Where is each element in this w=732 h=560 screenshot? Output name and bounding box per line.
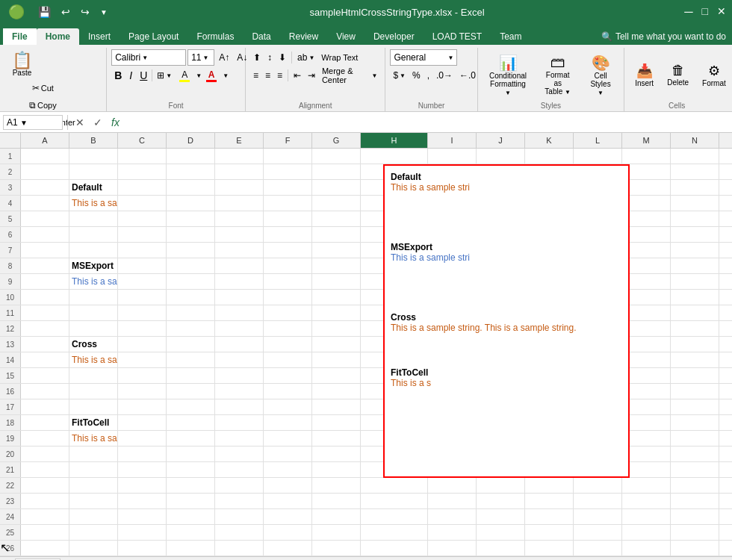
cell-A22[interactable]: [21, 478, 69, 493]
cell-G25[interactable]: [312, 525, 361, 540]
cell-D25[interactable]: [167, 525, 215, 540]
cell-B16[interactable]: [69, 384, 118, 399]
cell-N7[interactable]: [671, 243, 719, 258]
cell-C5[interactable]: [118, 211, 167, 226]
cell-C9[interactable]: [118, 274, 167, 289]
cell-N6[interactable]: [671, 227, 719, 242]
cell-L1[interactable]: [574, 149, 622, 164]
cell-K22[interactable]: [525, 478, 574, 493]
cell-M10[interactable]: [622, 290, 671, 305]
cell-E19[interactable]: [215, 431, 264, 446]
cell-D15[interactable]: [167, 368, 215, 383]
conditional-formatting-button[interactable]: 📊 ConditionalFormatting ▼: [483, 51, 534, 99]
cell-A6[interactable]: [21, 227, 69, 242]
cell-B9[interactable]: This is a sample strin: [69, 274, 118, 289]
cell-A17[interactable]: [21, 399, 69, 414]
cell-C1[interactable]: [118, 149, 167, 164]
cell-E26[interactable]: [215, 541, 264, 556]
align-bottom-button[interactable]: ⬇: [276, 49, 289, 66]
cell-G3[interactable]: [312, 180, 361, 195]
cell-J26[interactable]: [477, 541, 525, 556]
cell-N4[interactable]: [671, 196, 719, 211]
cell-A12[interactable]: [21, 321, 69, 336]
cell-D20[interactable]: [167, 447, 215, 461]
cell-G21[interactable]: [312, 462, 361, 477]
cell-N15[interactable]: [671, 368, 719, 383]
cell-G11[interactable]: [312, 305, 361, 320]
cell-O26[interactable]: [719, 541, 732, 556]
cell-G8[interactable]: [312, 258, 361, 273]
redo-icon[interactable]: ↪: [78, 4, 92, 19]
cell-G26[interactable]: [312, 541, 361, 556]
cell-N18[interactable]: [671, 415, 719, 430]
cell-C24[interactable]: [118, 509, 167, 524]
cell-M17[interactable]: [622, 399, 671, 414]
cell-L26[interactable]: [574, 541, 622, 556]
cell-O2[interactable]: [719, 164, 732, 179]
cell-N16[interactable]: [671, 384, 719, 399]
insert-button[interactable]: 📥 Insert: [629, 60, 660, 90]
cell-O21[interactable]: [719, 462, 732, 477]
cell-L24[interactable]: [574, 509, 622, 524]
cell-A5[interactable]: [21, 211, 69, 226]
cell-H25[interactable]: [361, 525, 428, 540]
cell-E7[interactable]: [215, 243, 264, 258]
cell-A8[interactable]: [21, 258, 69, 273]
cell-C23[interactable]: [118, 494, 167, 508]
cell-K24[interactable]: [525, 509, 574, 524]
cell-A25[interactable]: [21, 525, 69, 540]
cell-G12[interactable]: [312, 321, 361, 336]
col-header-F[interactable]: F: [264, 133, 312, 148]
cell-O14[interactable]: [719, 352, 732, 367]
cell-A18[interactable]: [21, 415, 69, 430]
cell-J22[interactable]: [477, 478, 525, 493]
cell-D9[interactable]: [167, 274, 215, 289]
cell-G1[interactable]: [312, 149, 361, 164]
font-name-dropdown[interactable]: ▼: [142, 55, 148, 61]
cell-F23[interactable]: [264, 494, 312, 508]
cell-C10[interactable]: [118, 290, 167, 305]
col-header-C[interactable]: C: [118, 133, 167, 148]
cell-B2[interactable]: [69, 164, 118, 179]
col-header-M[interactable]: M: [622, 133, 671, 148]
cell-N3[interactable]: [671, 180, 719, 195]
cell-N24[interactable]: [671, 509, 719, 524]
cell-E14[interactable]: [215, 352, 264, 367]
cell-M3[interactable]: [622, 180, 671, 195]
cell-F8[interactable]: [264, 258, 312, 273]
cell-O23[interactable]: [719, 494, 732, 508]
cell-L25[interactable]: [574, 525, 622, 540]
cell-A1[interactable]: [21, 149, 69, 164]
cell-M7[interactable]: [622, 243, 671, 258]
cell-E24[interactable]: [215, 509, 264, 524]
cell-F7[interactable]: [264, 243, 312, 258]
dec-increase-button[interactable]: .0→: [433, 67, 456, 84]
tab-home[interactable]: Home: [37, 28, 79, 45]
cell-G4[interactable]: [312, 196, 361, 211]
cell-B17[interactable]: [69, 399, 118, 414]
cell-O15[interactable]: [719, 368, 732, 383]
col-header-L[interactable]: L: [574, 133, 622, 148]
cell-K25[interactable]: [525, 525, 574, 540]
cell-O4[interactable]: [719, 196, 732, 211]
cell-A16[interactable]: [21, 384, 69, 399]
cell-C2[interactable]: [118, 164, 167, 179]
cell-E8[interactable]: [215, 258, 264, 273]
cell-B18[interactable]: FitToCell: [69, 415, 118, 430]
cell-B7[interactable]: [69, 243, 118, 258]
cell-E16[interactable]: [215, 384, 264, 399]
cell-B14[interactable]: This is a sample strin: [69, 352, 118, 367]
cell-G15[interactable]: [312, 368, 361, 383]
tab-file[interactable]: File: [3, 28, 37, 45]
cell-F15[interactable]: [264, 368, 312, 383]
cell-O13[interactable]: [719, 337, 732, 352]
cell-M21[interactable]: [622, 462, 671, 477]
align-middle-button[interactable]: ↕: [264, 49, 275, 66]
cell-F1[interactable]: [264, 149, 312, 164]
cell-F21[interactable]: [264, 462, 312, 477]
cell-D7[interactable]: [167, 243, 215, 258]
cell-C25[interactable]: [118, 525, 167, 540]
format-button[interactable]: ⚙ Format: [696, 60, 732, 90]
cell-A13[interactable]: [21, 337, 69, 352]
cell-C11[interactable]: [118, 305, 167, 320]
